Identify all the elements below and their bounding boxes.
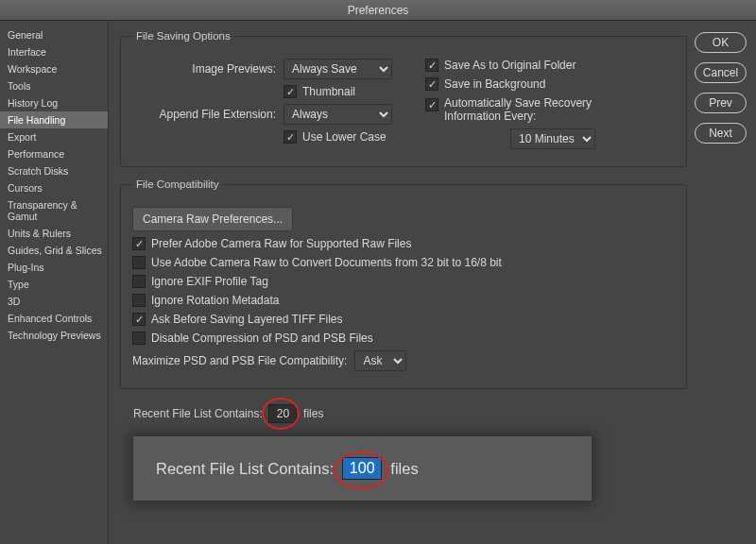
image-previews-label: Image Previews:: [132, 62, 284, 76]
ignorerot-checkbox[interactable]: [132, 294, 146, 307]
auto-recovery-checkbox[interactable]: [425, 98, 438, 111]
ok-button[interactable]: OK: [695, 32, 747, 53]
thumbnail-label: Thumbnail: [302, 85, 355, 98]
recent-file-list-label: Recent File List Contains:: [133, 407, 263, 420]
use-lower-case-label: Use Lower Case: [302, 130, 387, 144]
image-previews-select[interactable]: Always Save: [284, 59, 392, 79]
main-panel: File Saving Options Image Previews: Alwa…: [109, 21, 695, 544]
prev-button[interactable]: Prev: [695, 93, 747, 113]
sidebar-item-tools[interactable]: Tools: [0, 77, 108, 94]
sidebar-item-technology-previews[interactable]: Technology Previews: [0, 327, 108, 344]
disablepsd-checkbox[interactable]: [132, 332, 146, 345]
sidebar-item-history-log[interactable]: History Log: [0, 94, 108, 111]
file-compatibility-legend: File Compatibility: [132, 178, 223, 190]
ignoreexif-label: Ignore EXIF Profile Tag: [151, 275, 268, 288]
useacr32-checkbox[interactable]: [132, 256, 146, 269]
append-ext-select[interactable]: Always: [284, 104, 392, 125]
auto-recovery-label: Automatically Save Recovery Information …: [444, 96, 614, 123]
save-in-background-label: Save in Background: [444, 77, 545, 91]
sidebar-item-transparency-gamut[interactable]: Transparency & Gamut: [0, 196, 108, 225]
sidebar-item-performance[interactable]: Performance: [0, 145, 108, 162]
sidebar-item-guides-grid-slices[interactable]: Guides, Grid & Slices: [0, 242, 108, 259]
ignorerot-label: Ignore Rotation Metadata: [151, 294, 279, 307]
window-title: Preferences: [0, 0, 756, 21]
sidebar-item-export[interactable]: Export: [0, 128, 108, 145]
file-compatibility-group: File Compatibility Camera Raw Preference…: [120, 178, 687, 389]
sidebar-item-cursors[interactable]: Cursors: [0, 179, 108, 196]
disablepsd-label: Disable Compression of PSD and PSB Files: [151, 332, 373, 345]
sidebar-item-file-handling[interactable]: File Handling: [0, 111, 108, 128]
recent-file-callout: Recent File List Contains: files: [133, 436, 592, 501]
sidebar-item-units-rulers[interactable]: Units & Rulers: [0, 225, 108, 242]
file-saving-options-group: File Saving Options Image Previews: Alwa…: [120, 30, 687, 167]
thumbnail-checkbox[interactable]: [284, 85, 297, 98]
auto-recovery-interval-select[interactable]: 10 Minutes: [510, 128, 595, 149]
recent-file-callout-label: Recent File List Contains:: [156, 460, 334, 478]
use-lower-case-checkbox[interactable]: [284, 130, 297, 144]
dialog-button-column: OK Cancel Prev Next: [695, 21, 756, 544]
recent-file-suffix: files: [303, 407, 323, 420]
maximize-psd-select[interactable]: Ask: [354, 350, 406, 371]
save-in-background-checkbox[interactable]: [425, 77, 438, 91]
preferacr-label: Prefer Adobe Camera Raw for Supported Ra…: [151, 237, 411, 250]
sidebar-item-workspace[interactable]: Workspace: [0, 60, 108, 77]
next-button[interactable]: Next: [695, 123, 747, 144]
maximize-psd-label: Maximize PSD and PSB File Compatibility:: [132, 354, 347, 367]
preferacr-checkbox[interactable]: [132, 237, 146, 250]
sidebar-item-interface[interactable]: Interface: [0, 43, 108, 60]
camera-raw-preferences-button[interactable]: Camera Raw Preferences...: [132, 207, 293, 231]
asktiff-checkbox[interactable]: [132, 313, 146, 326]
recent-file-count-input[interactable]: [268, 404, 297, 423]
cancel-button[interactable]: Cancel: [695, 62, 747, 83]
recent-file-list-row: Recent File List Contains: files: [133, 404, 687, 423]
useacr32-label: Use Adobe Camera Raw to Convert Document…: [151, 256, 502, 269]
ignoreexif-checkbox[interactable]: [132, 275, 146, 288]
sidebar-item-scratch-disks[interactable]: Scratch Disks: [0, 162, 108, 179]
recent-file-callout-input[interactable]: [342, 457, 382, 480]
save-as-original-label: Save As to Original Folder: [444, 59, 576, 72]
append-ext-label: Append File Extension:: [132, 108, 284, 121]
sidebar-item-type[interactable]: Type: [0, 276, 108, 293]
sidebar-item-plug-ins[interactable]: Plug-Ins: [0, 259, 108, 276]
sidebar-item-general[interactable]: General: [0, 26, 108, 43]
asktiff-label: Ask Before Saving Layered TIFF Files: [151, 313, 343, 326]
sidebar-item-3d[interactable]: 3D: [0, 293, 108, 310]
category-sidebar: GeneralInterfaceWorkspaceToolsHistory Lo…: [0, 21, 109, 544]
sidebar-item-enhanced-controls[interactable]: Enhanced Controls: [0, 310, 108, 327]
recent-file-callout-suffix: files: [390, 460, 418, 478]
save-as-original-checkbox[interactable]: [425, 59, 438, 72]
file-saving-options-legend: File Saving Options: [132, 30, 234, 42]
